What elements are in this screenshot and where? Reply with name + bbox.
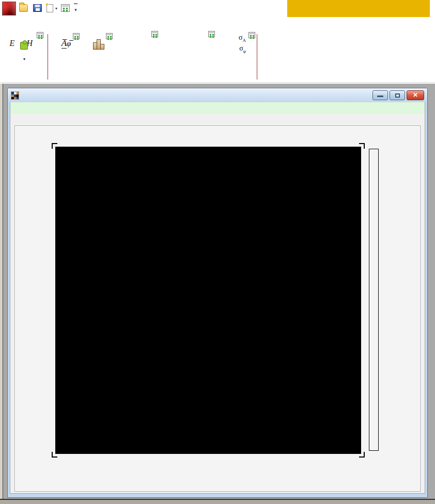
plot-corner-mark — [359, 452, 365, 458]
colorbar — [369, 149, 379, 451]
app-logo — [2, 2, 16, 15]
scatter-dots — [55, 147, 361, 454]
status-area — [0, 500, 435, 504]
standard-deviation-button[interactable]: σA σφ — [228, 33, 256, 55]
apply-detector-addon-button[interactable]: E⃗ H⃗ ▾ — [1, 33, 48, 63]
document-tab-strip — [10, 114, 425, 125]
diagram-panel — [14, 125, 421, 492]
field-info-bar — [10, 102, 425, 114]
mini-data-array-icon — [37, 32, 43, 38]
quick-access-toolbar: ▾ ▔▾ — [0, 0, 435, 18]
new-document-icon[interactable] — [46, 4, 53, 12]
data-array-window-icon[interactable] — [61, 4, 70, 12]
complex-histogram-button[interactable] — [83, 33, 115, 55]
maximum-position-value-button[interactable] — [115, 33, 173, 55]
new-document-dropdown-icon[interactable]: ▾ — [55, 6, 57, 11]
mini-data-array-icon — [106, 33, 113, 39]
data-point-average-button[interactable]: A̅φ̅ — [50, 33, 83, 55]
plot-area — [55, 147, 361, 454]
plot-corner-mark — [359, 143, 365, 149]
mini-data-array-icon — [248, 32, 255, 38]
plot-corner-mark — [52, 143, 57, 149]
plot-corner-mark — [52, 452, 57, 458]
max-icon — [115, 33, 173, 54]
phi-glyph: φ̅ — [67, 39, 71, 48]
mini-data-array-icon — [208, 31, 215, 37]
group-divider — [257, 34, 257, 80]
puzzle-piece-icon — [20, 42, 28, 50]
average-icon: A̅φ̅ — [50, 33, 83, 54]
field-monitor-window: ✕ — [7, 88, 428, 498]
window-titlebar[interactable]: ✕ — [8, 88, 427, 102]
histogram-icon — [83, 33, 115, 54]
ribbon: E⃗ H⃗ ▾ A̅φ̅ — [0, 32, 435, 83]
h-field-glyph: H⃗ — [27, 39, 39, 48]
ribbon-bottom-border — [0, 82, 435, 83]
mdi-left-edge — [0, 84, 3, 504]
a-bar-glyph: A̅ — [61, 38, 67, 49]
close-icon: ✕ — [407, 91, 424, 99]
open-icon[interactable] — [19, 4, 28, 12]
mini-data-array-icon — [151, 31, 158, 37]
contextual-group-header — [287, 0, 430, 17]
group-divider — [48, 34, 48, 80]
minimum-position-value-button[interactable] — [173, 33, 228, 55]
application: ▾ ▔▾ E⃗ H⃗ ▾ A̅φ̅ — [0, 0, 435, 504]
restore-button[interactable] — [390, 90, 405, 100]
ribbon-tab-row — [0, 18, 435, 32]
window-icon — [11, 91, 19, 100]
detector-addon-icon: E⃗ H⃗ — [1, 33, 48, 54]
save-icon[interactable] — [33, 4, 42, 12]
window-content — [10, 102, 425, 494]
mini-data-array-icon — [73, 33, 80, 39]
customize-quick-access-icon[interactable]: ▔▾ — [74, 5, 77, 12]
sigma-icon: σA σφ — [228, 33, 256, 54]
close-button[interactable]: ✕ — [407, 90, 424, 100]
min-icon — [173, 33, 228, 54]
mdi-background: ✕ — [0, 84, 435, 504]
e-field-glyph: E⃗ — [9, 39, 21, 48]
minimize-button[interactable] — [372, 90, 388, 100]
button-label: ▾ — [1, 55, 48, 63]
